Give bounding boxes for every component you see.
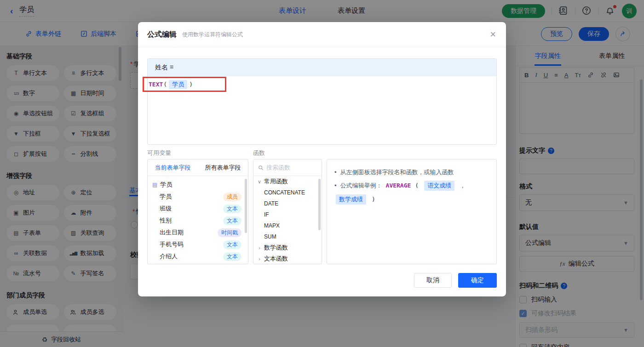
function-group-common[interactable]: ∨ 常用函数 [253,176,322,187]
variable-row[interactable]: 介绍人文本 [148,250,248,262]
formula-target: 姓名 = [155,63,173,72]
function-group-math[interactable]: › 数学函数 [253,242,322,253]
formula-function: TEXT [149,81,163,88]
variables-tabs: 当前表单字段 所有表单字段 [148,159,248,176]
tab-current-form-fields[interactable]: 当前表单字段 [148,159,198,176]
caret-right-icon: › [257,245,262,250]
example-function: AVERAGE [386,181,411,190]
function-search-input[interactable] [266,164,312,171]
functions-scrollbar[interactable] [318,179,321,230]
search-icon [258,165,264,171]
function-group-text[interactable]: › 文本函数 [253,253,322,264]
modal-title: 公式编辑 [147,30,177,40]
type-badge-text: 文本 [223,240,242,249]
hint-line-2: • 公式编辑举例：AVERAGE(语文成绩，数学成绩) [334,181,489,205]
variable-row[interactable]: 出生日期时间戳 [148,227,248,239]
type-badge-text: 文本 [223,252,242,261]
variable-row[interactable]: 班级文本 [148,203,248,215]
modal-subtitle: 使用数学运算符编辑公式 [182,31,243,39]
variables-panel: 当前表单字段 所有表单字段 ▤ 学员 学员成员 班级文本 性别文本 出生日期时间… [147,159,248,264]
confirm-button[interactable]: 确定 [458,273,497,288]
caret-down-icon: ∨ [257,179,262,185]
type-badge-text: 文本 [223,216,242,225]
form-doc-icon: ▤ [152,182,157,188]
formula-edit-modal: 公式编辑 使用数学运算符编辑公式 × 姓名 = TEXT ( 学员 ) 可用变量… [138,22,506,296]
function-item[interactable]: SUM [253,231,322,242]
field-chip-chinese-score: 语文成绩 [424,181,454,191]
formula-editor[interactable]: 姓名 = [147,58,497,145]
field-chip-student[interactable]: 学员 [169,80,187,89]
variable-row[interactable]: 手机号码文本 [148,239,248,250]
function-item[interactable]: IF [253,209,322,220]
field-chip-math-score: 数学成绩 [336,194,366,205]
function-item[interactable]: DATE [253,198,322,209]
variable-tree-root[interactable]: ▤ 学员 [148,179,248,191]
variables-label: 可用变量 [147,149,171,157]
type-badge-timestamp: 时间戳 [218,228,242,237]
function-item[interactable]: CONCATENATE [253,187,322,198]
modal-footer: 取消 确定 [414,273,497,288]
function-item[interactable]: MAPX [253,220,322,231]
caret-right-icon: › [257,256,262,262]
hint-panel: • 从左侧面板选择字段名和函数，或输入函数 • 公式编辑举例：AVERAGE(语… [327,159,497,264]
variable-row[interactable]: 性别文本 [148,215,248,227]
type-badge-member: 成员 [223,193,242,201]
type-badge-text: 文本 [223,205,242,213]
hint-line-1: • 从左侧面板选择字段名和函数，或输入函数 [334,168,489,177]
cancel-button[interactable]: 取消 [414,273,452,288]
annotation-red-rect: TEXT ( 学员 ) [143,77,226,92]
variable-row[interactable]: 学员成员 [148,191,248,203]
close-icon[interactable]: × [490,29,497,40]
variables-scrollbar[interactable] [245,179,247,233]
functions-panel: ∨ 常用函数 CONCATENATE DATE IF MAPX SUM › 数学… [253,159,322,264]
modal-header: 公式编辑 使用数学运算符编辑公式 × [138,22,506,47]
function-search[interactable] [253,159,322,176]
formula-target-row: 姓名 = [148,59,496,76]
functions-label: 函数 [253,149,265,157]
tab-all-form-fields[interactable]: 所有表单字段 [198,159,248,176]
